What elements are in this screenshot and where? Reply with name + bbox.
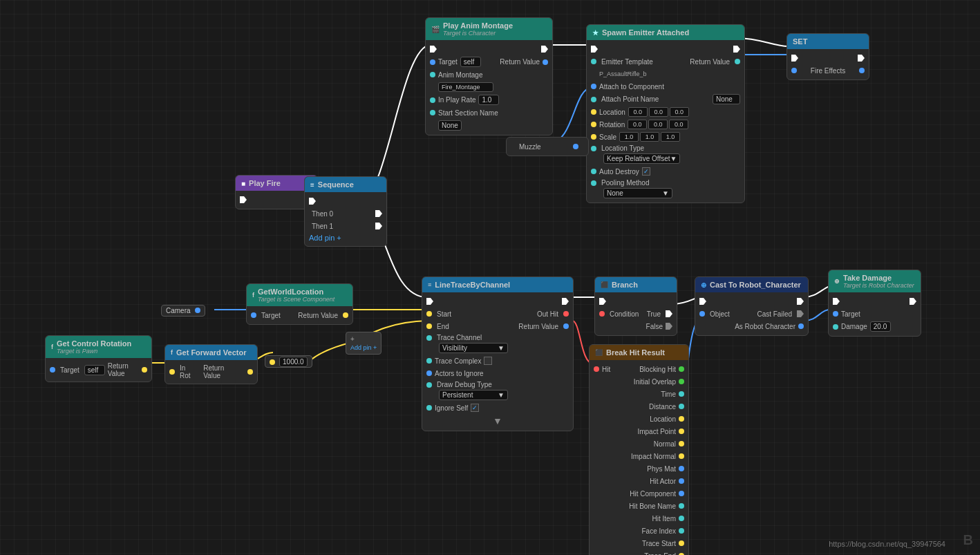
add-pin-label[interactable]: Add pin +	[350, 344, 377, 351]
set-header: SET	[787, 34, 869, 49]
play-anim-montage-node: 🎬 Play Anim Montage Target is Character …	[425, 17, 553, 135]
get-control-rotation-node: f Get Control Rotation Target is Pawn Ta…	[45, 335, 152, 382]
se-pooling-dropdown[interactable]: None ▼	[603, 188, 672, 198]
set-exec-in[interactable]	[791, 55, 798, 62]
gwl-title: GetWorldLocation	[258, 288, 334, 296]
gcr-header: f Get Control Rotation Target is Pawn	[46, 336, 151, 358]
cast-exec-in[interactable]	[699, 298, 706, 305]
se-rot-dot	[591, 122, 596, 127]
bhr-header: ⬛ Break Hit Result	[590, 345, 688, 360]
set-fireeffects-in	[791, 68, 797, 73]
seq-exec-in[interactable]	[309, 198, 316, 205]
lt-debug-dropdown[interactable]: Persistent ▼	[439, 390, 508, 400]
se-autodestroy-check[interactable]: ✓	[642, 167, 650, 176]
br-cond-dot	[599, 311, 605, 317]
pam-exec-out[interactable]	[541, 46, 548, 53]
set-title: SET	[793, 37, 807, 46]
se-exec-in[interactable]	[591, 46, 598, 53]
br-exec-in[interactable]	[599, 298, 606, 305]
br-false-out[interactable]	[666, 323, 672, 330]
seq-add-pin[interactable]: Add pin +	[305, 232, 386, 243]
sequence-title: Sequence	[318, 180, 354, 189]
lt-ignore-dot	[426, 405, 432, 411]
seq-then0-label: Then 0	[312, 210, 333, 218]
muzzle-out	[573, 144, 578, 149]
play-fire-exec-in[interactable]	[240, 196, 247, 203]
bhr-faceindex-dot	[679, 528, 684, 534]
bhr-loc-dot	[679, 416, 684, 422]
bhr-blocking-dot	[679, 366, 684, 372]
seq-then1-out[interactable]	[375, 223, 382, 229]
lt-ignore-check[interactable]: ✓	[471, 404, 479, 412]
cast-failed-out[interactable]	[797, 310, 804, 317]
bhr-hititem-dot	[679, 516, 684, 521]
set-node: SET Fire Effects	[786, 33, 869, 80]
line-trace-node: ≡ LineTraceByChannel Start Out Hit End R…	[422, 276, 574, 431]
lt-return-dot	[563, 323, 569, 329]
bhr-impact-dot	[679, 429, 684, 434]
pam-exec-in[interactable]	[430, 46, 437, 53]
se-loctype-dropdown[interactable]: Keep Relative Offset ▼	[603, 153, 680, 164]
lt-exec-in[interactable]	[426, 298, 433, 305]
gfv-return-dot	[247, 369, 253, 375]
lt-header: ≡ LineTraceByChannel	[422, 277, 573, 292]
spawn-emitter-header: ★ Spawn Emitter Attached	[587, 25, 744, 40]
lt-channel-dot	[426, 335, 432, 341]
value-1000[interactable]: 1000.0	[279, 357, 308, 367]
value-1000-node: 1000.0	[265, 355, 312, 368]
se-scale-dot	[591, 134, 596, 140]
cast-obj-dot	[699, 311, 705, 317]
play-anim-title: Play Anim Montage	[443, 21, 513, 30]
seq-then1-label: Then 1	[312, 223, 333, 230]
br-true-out[interactable]	[666, 310, 672, 317]
bhr-time-dot	[679, 391, 684, 397]
cast-exec-out[interactable]	[797, 298, 804, 305]
bhr-dist-dot	[679, 404, 684, 409]
muzzle-node: Muzzle	[506, 137, 589, 156]
bhr-hitbone-dot	[679, 503, 684, 509]
set-exec-out[interactable]	[858, 55, 865, 62]
td-subtitle: Target is Robot Character	[843, 282, 914, 289]
se-pooling-dot	[591, 180, 596, 186]
gwl-subtitle: Target is Scene Component	[258, 296, 334, 303]
get-forward-vector-node: f Get Forward Vector In Rot Return Value	[164, 344, 258, 384]
pam-target-dot	[430, 59, 435, 65]
lt-exec-out[interactable]	[562, 298, 569, 305]
gcr-subtitle: Target is Pawn	[57, 348, 131, 355]
td-damage-val[interactable]: 20.0	[870, 321, 891, 332]
get-world-location-node: f GetWorldLocation Target is Scene Compo…	[246, 283, 353, 325]
branch-node: ⬛ Branch Condition True False	[594, 276, 677, 336]
bhr-impactnorm-dot	[679, 453, 684, 459]
lt-title: LineTraceByChannel	[435, 281, 510, 289]
bhr-overlap-dot	[679, 379, 684, 384]
lt-actors-dot	[426, 370, 432, 376]
se-autodestroy-dot	[591, 169, 596, 174]
se-attach-dot	[591, 84, 596, 89]
td-exec-in[interactable]	[833, 298, 840, 305]
bhr-physmat-dot	[679, 466, 684, 471]
pam-anim-dot	[430, 72, 435, 77]
bhr-tracestart-dot	[679, 540, 684, 546]
bhr-hitcomp-dot	[679, 491, 684, 496]
pam-anim-val[interactable]: Fire_Montage	[438, 82, 493, 92]
td-damage-dot	[833, 324, 838, 330]
pam-target-val[interactable]: self	[460, 57, 481, 67]
pam-section-val[interactable]: None	[438, 120, 462, 131]
pam-rate-val[interactable]: 1.0	[478, 95, 499, 105]
gwl-return-dot	[343, 312, 348, 318]
pam-section-dot	[430, 110, 435, 115]
lt-complex-dot	[426, 358, 432, 364]
pam-rate-dot	[430, 97, 435, 103]
lt-complex-check[interactable]	[484, 357, 492, 365]
td-target-dot	[833, 311, 838, 317]
branch-header: ⬛ Branch	[595, 277, 677, 292]
se-exec-out[interactable]	[733, 46, 740, 53]
se-attachname-dot	[591, 97, 596, 102]
lt-end-dot	[426, 323, 432, 329]
lt-outhit-dot	[563, 311, 569, 317]
set-fireeffects-out	[859, 68, 865, 73]
td-exec-out[interactable]	[910, 298, 916, 305]
se-none1[interactable]: None	[713, 94, 740, 104]
seq-then0-out[interactable]	[375, 210, 382, 217]
lt-channel-dropdown[interactable]: Visibility ▼	[439, 343, 508, 353]
